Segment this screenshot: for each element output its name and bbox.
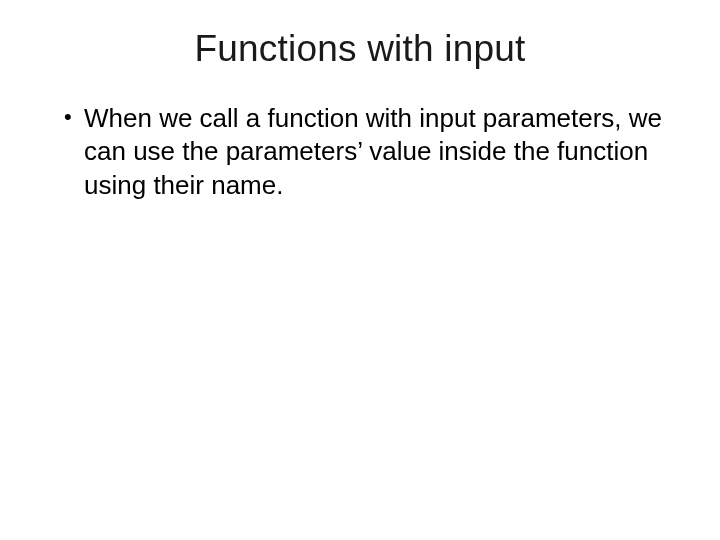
list-item: When we call a function with input param… [64,102,672,202]
bullet-list: When we call a function with input param… [64,102,672,202]
slide-title: Functions with input [48,28,672,70]
slide-content: When we call a function with input param… [48,102,672,202]
slide-container: Functions with input When we call a func… [0,0,720,540]
